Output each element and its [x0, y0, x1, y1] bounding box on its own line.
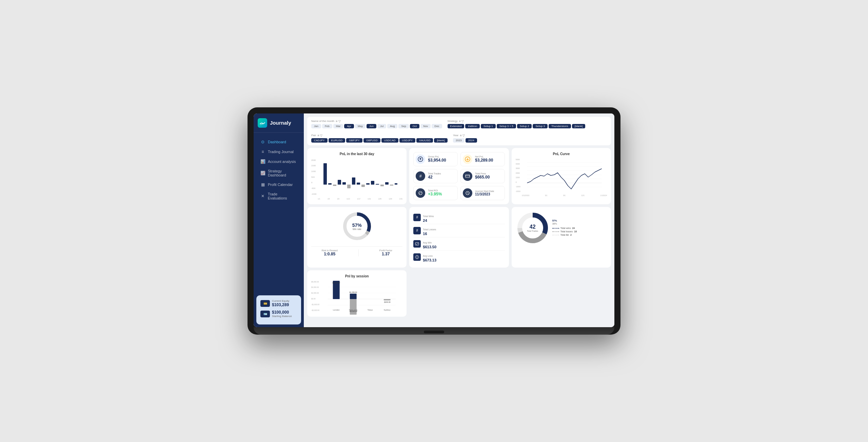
net-pnl-icon: [463, 154, 472, 164]
trades-donut-card: 42 Total Trades 57% 38%: [512, 207, 611, 268]
chip-aug[interactable]: Aug: [387, 124, 397, 128]
total-roi-stat: Total ROI +3.95%: [413, 186, 458, 200]
journal-start-stat: Journal Start Date 11/3/2023: [460, 186, 505, 200]
laptop-base: [254, 327, 614, 335]
svg-rect-2: [328, 183, 332, 185]
pnl-chart-title: PnL in the last 30 day: [311, 152, 402, 156]
chip-mar[interactable]: Mar: [333, 124, 343, 128]
sidebar-item-profit-calendar[interactable]: ▦ Profit Calendar: [256, 180, 302, 189]
gross-pnl-info: Gross PnL $3,954.00: [428, 155, 446, 163]
avg-win-icon: [413, 240, 421, 248]
nav-menu: ⊙ Dashboard ≡ Trading Journal 📊 Account …: [254, 133, 304, 293]
equity-value: $103,289: [272, 302, 289, 307]
chip-blank-pair[interactable]: [blank]: [434, 138, 448, 143]
trades-donut: 42 Total Trades: [516, 211, 550, 245]
pnl-curve-title: PnL Curve: [516, 152, 607, 156]
sidebar-item-label: Trading Journal: [268, 150, 294, 154]
sidebar-item-label: Trade Evaluations: [268, 192, 297, 200]
sidebar: Journaly ⊙ Dashboard ≡ Trading Journal 📊…: [254, 113, 304, 328]
chip-setup3[interactable]: Setup 3: [533, 124, 548, 128]
chip-2023[interactable]: 2023: [453, 138, 465, 143]
winrate-donut: 57% Win rate: [342, 211, 372, 241]
session-card: Pnl by session $6,000.00$4,000.00$2,000.…: [307, 270, 407, 317]
chip-nov[interactable]: Nov: [420, 124, 431, 128]
wins-icon: #: [413, 214, 421, 221]
chip-setup35[interactable]: Setup 3 + 5: [497, 124, 516, 128]
chip-blank-strategy[interactable]: [blank]: [572, 124, 586, 128]
chip-sep[interactable]: Sep: [398, 124, 409, 128]
bottom-row: 57% Win rate Risk to Reward 1:0.85 Profi: [307, 207, 611, 317]
svg-rect-5: [342, 182, 346, 185]
strategy-filter-label: Strategy ≡ ▽: [448, 120, 586, 123]
avg-win-info: Avg Win $613.50: [423, 239, 436, 249]
journal-icon: ≡: [260, 149, 265, 154]
laptop-notch: [424, 331, 444, 333]
total-trades-stat: # Total Trades 42: [413, 169, 458, 183]
winrate-label: 57% Win rate: [352, 222, 362, 230]
svg-text:$4,225.00: $4,225.00: [333, 282, 340, 284]
svg-rect-51: [350, 299, 357, 315]
chip-jul[interactable]: Jul: [377, 124, 386, 128]
svg-rect-49: [350, 294, 357, 299]
svg-rect-21: [466, 175, 470, 177]
avg-loss-info: Avg Loss $673.13: [423, 252, 436, 262]
eval-icon: ✕: [260, 194, 265, 198]
chip-setup1[interactable]: Setup 1: [481, 124, 496, 128]
chip-eurusd[interactable]: EURUSD: [329, 138, 346, 143]
chip-extended[interactable]: Extended: [448, 124, 465, 128]
strategy-icon: 📈: [260, 171, 265, 175]
losses-icon: #: [413, 227, 421, 234]
balance-value: $100,000: [272, 310, 292, 315]
trades-legend: 57% 38% Total wins 24: [552, 219, 607, 236]
year-filter: Year ≡ ▽ 2023 2024: [453, 134, 477, 143]
chip-2024[interactable]: 2024: [466, 138, 477, 143]
chip-may[interactable]: May: [355, 124, 366, 128]
pnl-bar-chart: [318, 159, 402, 196]
svg-rect-16: [395, 183, 397, 185]
dashboard-icon: ⊙: [260, 140, 265, 144]
svg-rect-12: [376, 184, 379, 185]
chip-usdjpy[interactable]: USDJPY: [399, 138, 416, 143]
sidebar-item-trading-journal[interactable]: ≡ Trading Journal: [256, 147, 302, 156]
chip-thunderstorm[interactable]: Thunderstorm: [549, 124, 571, 128]
filter-bar: Name of the month ≡ ▽ Jan Feb Mar Apr Ma…: [307, 117, 611, 145]
chip-oct[interactable]: Oct: [410, 124, 419, 128]
total-wins-row: # Total Wins 24: [413, 211, 505, 224]
svg-rect-14: [385, 182, 389, 185]
winrate-card: 57% Win rate Risk to Reward 1:0.85 Profi: [307, 207, 407, 268]
equity-label: Current Equity: [272, 299, 289, 302]
chip-inditron[interactable]: Inditron: [465, 124, 480, 128]
year-chips: 2023 2024: [453, 138, 477, 143]
laptop-frame: Journaly ⊙ Dashboard ≡ Trading Journal 📊…: [248, 107, 620, 335]
sidebar-item-dashboard[interactable]: ⊙ Dashboard: [256, 137, 302, 147]
chip-jun[interactable]: Jun: [367, 124, 376, 128]
svg-rect-1: [323, 163, 327, 185]
chip-gbpusd[interactable]: GBPUSD: [363, 138, 380, 143]
stats-grid: Gross PnL $3,954.00: [413, 152, 505, 200]
sidebar-item-account-analysis[interactable]: 📊 Account analysis: [256, 157, 302, 166]
sidebar-item-trade-evaluations[interactable]: ✕ Trade Evaluations: [256, 190, 302, 203]
pnl-30day-card: PnL in the last 30 day 2000150010005000-…: [307, 148, 407, 204]
chip-setup2[interactable]: Setup 2: [517, 124, 532, 128]
chip-gbpjpy[interactable]: GBPJPY: [346, 138, 362, 143]
sidebar-item-strategy-dashboard[interactable]: 📈 Strategy Dashboard: [256, 167, 302, 180]
chip-apr[interactable]: Apr: [344, 124, 354, 128]
chip-xauusd[interactable]: XAUUSD: [416, 138, 433, 143]
chip-jan[interactable]: Jan: [311, 124, 321, 128]
svg-rect-6: [347, 185, 351, 188]
sidebar-item-label: Account analysis: [268, 160, 296, 164]
chip-dec[interactable]: Dec: [432, 124, 442, 128]
svg-rect-15: [390, 185, 393, 186]
chip-cadjpy[interactable]: CADJPY: [311, 138, 328, 143]
journal-start-icon: [463, 188, 472, 198]
pnl-curve-svg: [522, 159, 607, 192]
journal-start-info: Journal Start Date 11/3/2023: [475, 190, 494, 196]
chip-feb[interactable]: Feb: [322, 124, 332, 128]
chip-usdcad[interactable]: USDCAD: [381, 138, 398, 143]
total-fees-info: Total Fees $665.00: [475, 172, 490, 180]
analysis-icon: 📊: [260, 159, 265, 164]
trade-stats-card: # Total Wins 24 # Total Losses 16: [409, 207, 509, 268]
screen: Journaly ⊙ Dashboard ≡ Trading Journal 📊…: [254, 113, 614, 328]
main-content: Name of the month ≡ ▽ Jan Feb Mar Apr Ma…: [304, 113, 614, 328]
equity-icon: 💳: [260, 300, 270, 307]
